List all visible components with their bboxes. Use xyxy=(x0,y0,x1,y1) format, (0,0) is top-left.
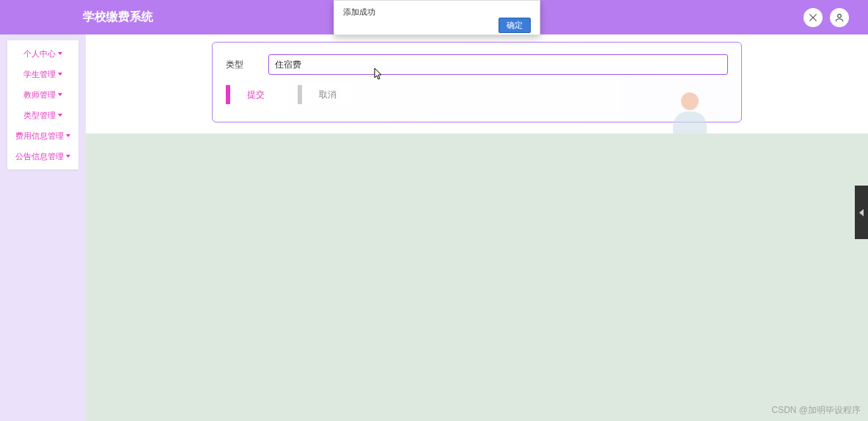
sidebar-item-notice[interactable]: 公告信息管理 xyxy=(7,146,78,166)
cancel-label: 取消 xyxy=(319,89,336,101)
submit-label: 提交 xyxy=(247,89,265,101)
submit-button[interactable]: 提交 xyxy=(226,85,282,104)
sidebar-item-teacher[interactable]: 教师管理 xyxy=(7,84,78,105)
sidebar-item-label: 公告信息管理 xyxy=(15,151,64,162)
avatar-illustration xyxy=(668,92,712,136)
success-dialog: 添加成功 确定 xyxy=(334,0,540,35)
chevron-down-icon xyxy=(66,155,70,158)
sidebar-item-label: 学生管理 xyxy=(23,69,56,80)
sidebar-item-personal[interactable]: 个人中心 xyxy=(7,43,78,64)
type-input[interactable] xyxy=(268,54,728,75)
sidebar-item-fee[interactable]: 费用信息管理 xyxy=(7,125,78,146)
chevron-down-icon xyxy=(58,93,62,96)
sidebar-item-label: 类型管理 xyxy=(23,110,56,121)
app-title: 学校缴费系统 xyxy=(83,10,153,25)
form-row-type: 类型 xyxy=(226,54,728,75)
sidebar-column: 个人中心 学生管理 教师管理 类型管理 费用信息管理 公告信息管理 xyxy=(0,34,86,421)
sidebar-item-label: 费用信息管理 xyxy=(15,131,64,142)
sidebar-item-label: 个人中心 xyxy=(23,48,56,59)
cancel-button[interactable]: 取消 xyxy=(298,85,353,104)
sidebar-item-label: 教师管理 xyxy=(23,89,56,100)
dialog-actions: 确定 xyxy=(343,18,531,33)
sidebar-menu: 个人中心 学生管理 教师管理 类型管理 费用信息管理 公告信息管理 xyxy=(7,40,78,169)
chevron-down-icon xyxy=(58,114,62,117)
dialog-message: 添加成功 xyxy=(343,7,531,18)
field-label-type: 类型 xyxy=(226,59,268,71)
button-row: 提交 取消 xyxy=(226,85,728,104)
watermark-text: CSDN @加明毕设程序 xyxy=(771,404,861,417)
form-panel: 类型 提交 取消 xyxy=(212,42,742,122)
user-icon[interactable] xyxy=(830,8,849,27)
side-collapse-tab[interactable] xyxy=(855,186,868,239)
dialog-ok-label: 确定 xyxy=(507,21,523,29)
sidebar-item-student[interactable]: 学生管理 xyxy=(7,64,78,84)
chevron-down-icon xyxy=(58,52,62,55)
chevron-down-icon xyxy=(58,73,62,76)
header-icons xyxy=(803,8,849,27)
dialog-ok-button[interactable]: 确定 xyxy=(499,18,531,33)
svg-point-2 xyxy=(838,14,842,18)
main-content: 类型 提交 取消 xyxy=(86,34,868,421)
sidebar-item-type[interactable]: 类型管理 xyxy=(7,105,78,125)
fullscreen-icon[interactable] xyxy=(803,8,823,27)
form-area: 类型 提交 取消 xyxy=(86,34,868,133)
chevron-down-icon xyxy=(66,134,70,137)
